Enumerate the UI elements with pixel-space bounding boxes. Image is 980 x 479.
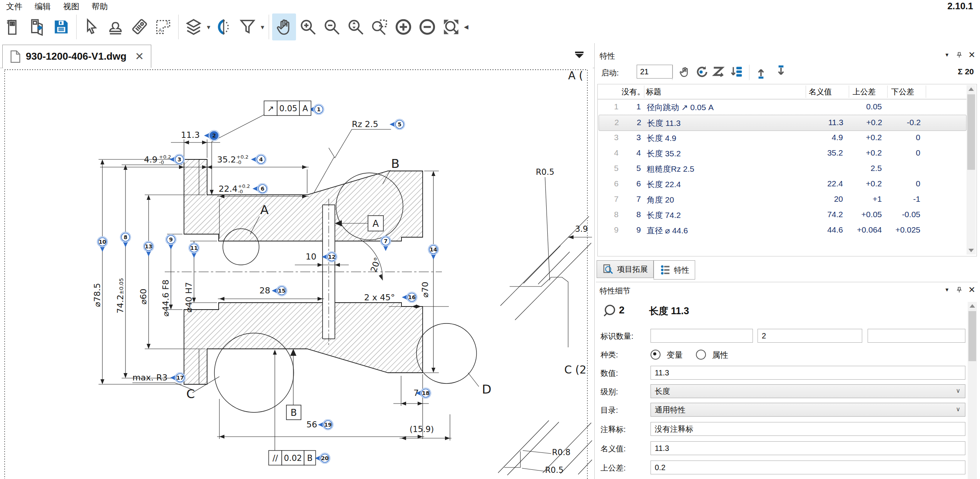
- balloon-3[interactable]: 3: [169, 154, 185, 165]
- id-quantity-input[interactable]: [651, 329, 753, 343]
- balloon-16[interactable]: 16: [402, 292, 417, 303]
- radio-label[interactable]: 变量: [667, 350, 683, 360]
- zoom-window-button[interactable]: [368, 13, 391, 40]
- open-document-button[interactable]: [25, 13, 49, 40]
- table-cell: 11.3: [764, 118, 843, 127]
- radio-属性[interactable]: [696, 350, 706, 360]
- balloon-10[interactable]: 10: [97, 237, 108, 252]
- input-注释标[interactable]: 没有注释标: [651, 422, 965, 436]
- table-scrollbar[interactable]: [967, 85, 976, 255]
- menu-item-文件[interactable]: 文件: [0, 0, 28, 13]
- column-header-nominal[interactable]: 名义值: [809, 87, 832, 97]
- radio-变量[interactable]: [651, 350, 661, 360]
- start-number-input[interactable]: [637, 65, 673, 79]
- details-scrollbar[interactable]: [968, 302, 977, 479]
- pin-icon[interactable]: [956, 52, 962, 58]
- detail-label-A: A: [260, 203, 269, 217]
- balloon-13[interactable]: 13: [144, 241, 154, 257]
- svg-text:11: 11: [190, 245, 197, 251]
- pin-icon[interactable]: [956, 286, 962, 293]
- balloon-14[interactable]: 14: [428, 245, 439, 260]
- chevron-down-icon: ∨: [956, 387, 960, 394]
- menu-item-编辑[interactable]: 编辑: [28, 0, 57, 13]
- table-row[interactable]: 55粗糙度Rz 2.52.5: [599, 161, 966, 176]
- panel-close-icon[interactable]: ✕: [968, 286, 975, 293]
- balloon-15[interactable]: 15: [272, 286, 287, 296]
- document-tab[interactable]: 930-1200-406-V1.dwg ✕: [2, 45, 151, 68]
- table-row[interactable]: 22长度 11.311.3+0.2-0.2: [599, 115, 967, 131]
- filter-button[interactable]: [236, 13, 259, 40]
- engineering-drawing[interactable]: 111.324.9+0.2-0335.2+0.2-04Rz 2.5522.4+0…: [3, 68, 593, 479]
- mirror-flip-button[interactable]: [212, 13, 236, 40]
- tab-close-icon[interactable]: ✕: [135, 50, 144, 63]
- menu-item-帮助[interactable]: 帮助: [85, 0, 114, 13]
- panel-menu-icon[interactable]: ▼: [945, 287, 950, 293]
- tab-characteristics[interactable]: 特性: [654, 260, 695, 280]
- move-top-icon[interactable]: [754, 65, 769, 80]
- balloon-9[interactable]: 9: [166, 234, 176, 250]
- column-header-no[interactable]: 没有。: [622, 87, 645, 97]
- capture-region-button[interactable]: 1 A: [151, 13, 175, 40]
- select-目录[interactable]: 通用特性∨: [651, 403, 965, 417]
- save-button[interactable]: [49, 13, 73, 40]
- tab-overflow-button[interactable]: [574, 52, 584, 59]
- balloon-5[interactable]: 5: [390, 119, 405, 130]
- layers-dropdown-caret[interactable]: ▼: [206, 24, 212, 30]
- table-row[interactable]: 11径向跳动 ↗ 0.05 A0.05: [599, 99, 966, 115]
- table-row[interactable]: 66长度 22.422.4+0.20: [599, 176, 966, 192]
- svg-text:A: A: [373, 218, 379, 229]
- balloon-19[interactable]: 19: [318, 420, 333, 430]
- table-row[interactable]: 77角度 2020+1-1: [599, 192, 966, 207]
- select-级别[interactable]: 长度∨: [651, 384, 965, 398]
- drawing-canvas-area[interactable]: 111.324.9+0.2-0335.2+0.2-04Rz 2.5522.4+0…: [3, 68, 593, 479]
- id-quantity-input[interactable]: [868, 329, 965, 343]
- zoom-out-button[interactable]: [320, 13, 344, 40]
- table-row[interactable]: 88长度 74.274.2+0.05-0.05: [599, 207, 966, 223]
- new-document-button[interactable]: [2, 13, 25, 40]
- column-header-lower[interactable]: 下公差: [891, 87, 914, 97]
- renumber-list-icon[interactable]: [729, 65, 744, 80]
- balloon-2[interactable]: 2: [204, 131, 219, 141]
- panel-menu-icon[interactable]: ▼: [945, 52, 950, 58]
- balloon-stamp-button[interactable]: [104, 13, 127, 40]
- balloon-20[interactable]: 20: [315, 453, 330, 464]
- table-row[interactable]: 33长度 4.94.9+0.20: [599, 130, 966, 146]
- zoom-in-button[interactable]: [296, 13, 320, 40]
- column-header-upper[interactable]: 上公差: [853, 87, 876, 97]
- menu-item-视图[interactable]: 视图: [57, 0, 85, 13]
- pick-hand-icon[interactable]: [677, 65, 693, 80]
- table-cell: -0.05: [883, 210, 920, 219]
- toolbar-collapse-button[interactable]: ◀: [463, 23, 469, 30]
- table-cell: 44.6: [764, 225, 843, 234]
- layers-button[interactable]: [182, 13, 206, 40]
- balloon-7[interactable]: 7: [381, 236, 391, 251]
- id-quantity-input[interactable]: 2: [758, 329, 862, 343]
- input-上公差[interactable]: 0.2: [651, 461, 965, 474]
- filter-dropdown-caret[interactable]: ▼: [259, 24, 266, 30]
- balloon-8[interactable]: 8: [120, 232, 131, 248]
- decrease-button[interactable]: [415, 13, 439, 40]
- auto-sequence-icon[interactable]: [711, 65, 727, 80]
- table-row[interactable]: 99直径 ⌀ 44.644.6+0.064+0.025: [599, 223, 966, 238]
- increase-button[interactable]: [391, 13, 415, 40]
- tab-project-expand[interactable]: 项目拓展: [597, 260, 654, 278]
- balloon-4[interactable]: 4: [251, 154, 266, 165]
- tag-button[interactable]: [127, 13, 151, 40]
- balloon-11[interactable]: 11: [189, 243, 199, 258]
- panel-splitter[interactable]: [594, 43, 595, 479]
- radio-label[interactable]: 属性: [712, 350, 728, 360]
- select-cursor-button[interactable]: [80, 13, 104, 40]
- input-数值[interactable]: 11.3: [651, 366, 965, 380]
- svg-text:1: 1: [317, 106, 321, 112]
- input-名义值[interactable]: 11.3: [651, 441, 965, 455]
- balloon-6[interactable]: 6: [253, 184, 268, 194]
- column-header-title[interactable]: 标题: [646, 87, 661, 97]
- renumber-rotate-icon[interactable]: [694, 65, 710, 80]
- zoom-fit-button[interactable]: [439, 13, 463, 40]
- table-row[interactable]: 44长度 35.235.2+0.20: [599, 146, 966, 161]
- panel-close-icon[interactable]: ✕: [968, 52, 975, 58]
- pan-hand-button[interactable]: [272, 13, 296, 40]
- balloon-17[interactable]: 17: [170, 373, 186, 383]
- move-bottom-icon[interactable]: [774, 65, 789, 80]
- zoom-dynamic-button[interactable]: [344, 13, 368, 40]
